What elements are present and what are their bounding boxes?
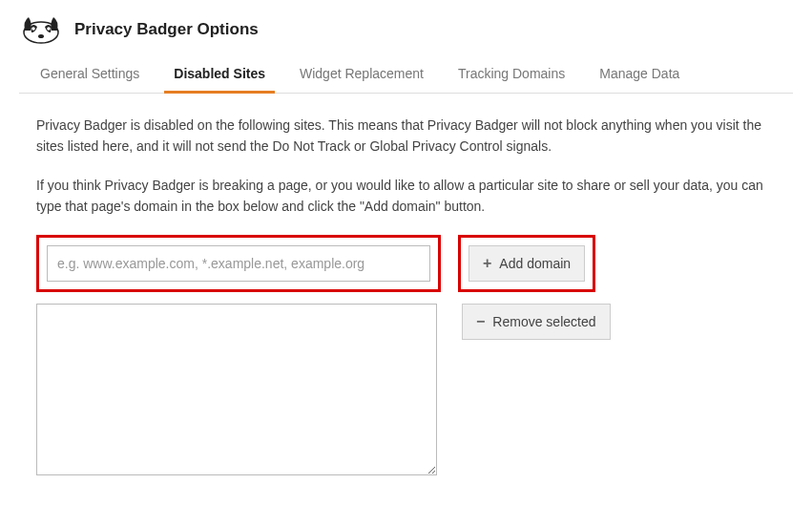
domain-input[interactable] [47, 245, 430, 282]
tab-manage-data[interactable]: Manage Data [595, 56, 683, 93]
intro-text-1: Privacy Badger is disabled on the follow… [36, 115, 776, 158]
remove-selected-button[interactable]: − Remove selected [462, 304, 611, 340]
remove-selected-label: Remove selected [492, 314, 595, 329]
svg-point-3 [38, 34, 44, 38]
highlight-input [36, 235, 441, 292]
intro-text-2: If you think Privacy Badger is breaking … [36, 175, 776, 218]
tab-disabled-sites[interactable]: Disabled Sites [170, 56, 269, 93]
tab-bar: General Settings Disabled Sites Widget R… [19, 56, 793, 94]
disabled-sites-listbox[interactable] [36, 304, 437, 475]
page-title: Privacy Badger Options [74, 20, 259, 39]
plus-icon: + [483, 256, 491, 271]
badger-icon [19, 11, 63, 47]
tab-widget-replacement[interactable]: Widget Replacement [296, 56, 427, 93]
content-area: Privacy Badger is disabled on the follow… [19, 115, 793, 475]
tab-tracking-domains[interactable]: Tracking Domains [454, 56, 569, 93]
svg-point-2 [47, 27, 51, 31]
add-domain-button[interactable]: + Add domain [468, 245, 585, 282]
tab-general-settings[interactable]: General Settings [36, 56, 143, 93]
highlight-add-button: + Add domain [458, 235, 595, 292]
minus-icon: − [476, 314, 485, 329]
add-domain-label: Add domain [499, 256, 571, 271]
page-header: Privacy Badger Options [19, 8, 793, 56]
svg-point-1 [31, 27, 35, 31]
